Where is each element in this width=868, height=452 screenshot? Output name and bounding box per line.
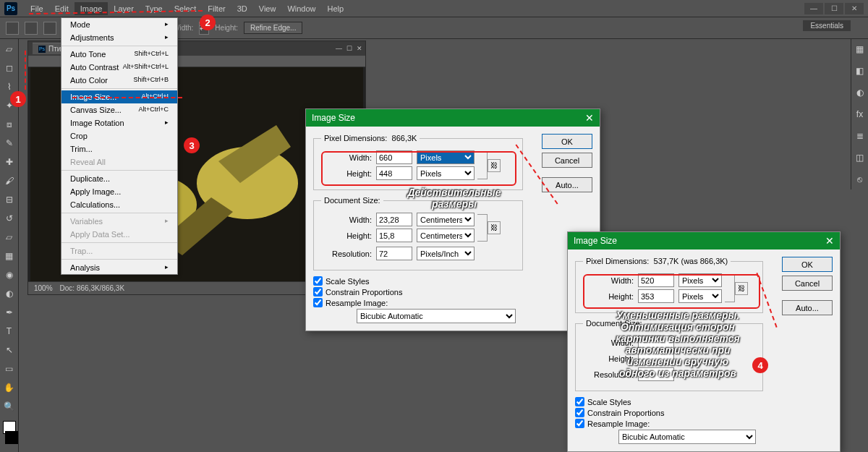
menu-item-apply-image-[interactable]: Apply Image...: [61, 185, 177, 198]
doc-width-unit[interactable]: Centimeters: [417, 213, 475, 226]
menu-item-analysis[interactable]: Analysis▸: [61, 261, 177, 274]
dialog-titlebar[interactable]: Image Size✕: [568, 232, 840, 250]
menu-item-adjustments[interactable]: Adjustments▸: [61, 31, 177, 44]
menu-3d[interactable]: 3D: [231, 2, 253, 15]
history-brush-tool[interactable]: ↺: [2, 211, 17, 226]
annotation-text-1: Действительныеразмеры: [389, 187, 519, 210]
resample-method[interactable]: Bicubic Automatic: [618, 430, 756, 444]
menu-item-image-rotation[interactable]: Image Rotation▸: [61, 116, 177, 129]
menu-item-canvas-size-[interactable]: Canvas Size...Alt+Ctrl+C: [61, 103, 177, 116]
cancel-button[interactable]: Cancel: [782, 276, 833, 291]
layers-panel-icon[interactable]: ≣: [853, 129, 867, 143]
gradient-tool[interactable]: ▦: [2, 249, 17, 263]
doc-height-input[interactable]: [376, 229, 412, 242]
menu-type[interactable]: Type: [140, 2, 169, 15]
styles-panel-icon[interactable]: fx: [853, 107, 867, 121]
adjust-panel-icon[interactable]: ◐: [853, 85, 867, 100]
menu-item-auto-color[interactable]: Auto ColorShift+Ctrl+B: [61, 74, 177, 87]
auto-button[interactable]: Auto...: [542, 177, 592, 192]
close-icon[interactable]: ✕: [585, 112, 594, 124]
arrow-1b: [25, 51, 26, 90]
type-tool[interactable]: T: [2, 324, 17, 338]
height-label: Height:: [583, 292, 634, 301]
menu-help[interactable]: Help: [322, 2, 350, 15]
doc-min-icon[interactable]: —: [336, 45, 342, 52]
eraser-tool[interactable]: ▱: [2, 230, 17, 244]
ok-button[interactable]: OK: [782, 257, 833, 272]
shape-tool[interactable]: ▭: [2, 362, 17, 376]
menubar: Ps FileEditImageLayerTypeSelectFilter3DV…: [0, 0, 868, 17]
doc-max-icon[interactable]: ☐: [346, 45, 352, 52]
link-icon[interactable]: ⛓: [488, 221, 501, 234]
menu-item-auto-tone[interactable]: Auto ToneShift+Ctrl+L: [61, 48, 177, 61]
width-unit[interactable]: Pixels: [678, 273, 722, 287]
res-input[interactable]: [376, 247, 412, 260]
height-input[interactable]: [638, 289, 674, 303]
constrain-check[interactable]: [313, 287, 323, 297]
paths-panel-icon[interactable]: ⎋: [853, 172, 867, 187]
path-tool[interactable]: ↖: [2, 343, 17, 357]
menu-view[interactable]: View: [253, 2, 282, 15]
menu-item-crop[interactable]: Crop: [61, 129, 177, 142]
ok-button[interactable]: OK: [542, 134, 592, 149]
menu-item-auto-contrast[interactable]: Auto ContrastAlt+Shift+Ctrl+L: [61, 61, 177, 74]
eyedropper-tool[interactable]: ✎: [2, 136, 17, 150]
channels-panel-icon[interactable]: ◫: [853, 150, 867, 165]
bg-color[interactable]: [5, 431, 18, 444]
scale-styles-check[interactable]: [575, 397, 584, 406]
menu-item-calculations-[interactable]: Calculations...: [61, 198, 177, 211]
window-controls: — ☐ ✕: [804, 3, 864, 14]
cancel-button[interactable]: Cancel: [542, 153, 592, 168]
color-panel-icon[interactable]: ▦: [853, 42, 867, 56]
close-button[interactable]: ✕: [845, 3, 864, 14]
minimize-button[interactable]: —: [804, 3, 823, 14]
menu-window[interactable]: Window: [281, 2, 321, 15]
stamp-tool[interactable]: ⊟: [2, 192, 17, 207]
link-icon[interactable]: ⛓: [735, 282, 748, 295]
menu-item-duplicate-[interactable]: Duplicate...: [61, 172, 177, 185]
doc-height-unit[interactable]: Centimeters: [417, 229, 475, 242]
auto-button[interactable]: Auto...: [782, 300, 833, 315]
height-unit[interactable]: Pixels: [678, 289, 722, 303]
hand-tool[interactable]: ✋: [2, 380, 17, 395]
healing-tool[interactable]: ✚: [2, 155, 17, 169]
width-label: Width:: [583, 276, 634, 285]
height-unit[interactable]: Pixels: [417, 166, 475, 180]
close-icon[interactable]: ✕: [825, 235, 834, 247]
width-unit[interactable]: Pixels: [417, 150, 475, 164]
menu-item-trim-[interactable]: Trim...: [61, 142, 177, 155]
menu-select[interactable]: Select: [169, 2, 203, 15]
maximize-button[interactable]: ☐: [825, 3, 843, 14]
pen-tool[interactable]: ✒: [2, 305, 17, 320]
refine-edge-button[interactable]: Refine Edge...: [244, 22, 302, 34]
quickmask-tool[interactable]: ▣: [2, 448, 17, 452]
brush-tool[interactable]: 🖌: [2, 174, 17, 188]
marquee-add-icon[interactable]: [43, 22, 56, 35]
height-input[interactable]: [376, 166, 412, 180]
dodge-tool[interactable]: ◐: [2, 286, 17, 301]
resample-check[interactable]: [575, 419, 584, 428]
marquee-new-icon[interactable]: [25, 22, 38, 35]
doc-width-input[interactable]: [376, 213, 412, 226]
resample-method[interactable]: Bicubic Automatic: [357, 309, 516, 323]
scale-styles-check[interactable]: [313, 276, 323, 286]
tool-preset-icon[interactable]: [6, 22, 19, 35]
width-input[interactable]: [638, 273, 674, 287]
move-tool[interactable]: ▱: [2, 42, 17, 56]
link-icon[interactable]: ⛓: [488, 159, 501, 172]
zoom-tool[interactable]: 🔍: [2, 399, 17, 414]
blur-tool[interactable]: ◉: [2, 268, 17, 282]
res-unit[interactable]: Pixels/Inch: [417, 247, 475, 260]
crop-tool[interactable]: ⧈: [2, 117, 17, 132]
constrain-check[interactable]: [575, 408, 584, 417]
doc-close-icon[interactable]: ✕: [357, 45, 362, 52]
workspace-tab[interactable]: Essentials: [803, 20, 851, 31]
zoom-value[interactable]: 100%: [34, 284, 53, 292]
width-input[interactable]: [376, 150, 412, 164]
dialog-titlebar[interactable]: Image Size✕: [306, 109, 600, 127]
marquee-tool[interactable]: ◻: [2, 61, 17, 75]
menu-filter[interactable]: Filter: [202, 2, 231, 15]
menu-item-mode[interactable]: Mode▸: [61, 18, 177, 31]
swatches-panel-icon[interactable]: ◧: [853, 64, 867, 78]
resample-check[interactable]: [313, 298, 323, 307]
